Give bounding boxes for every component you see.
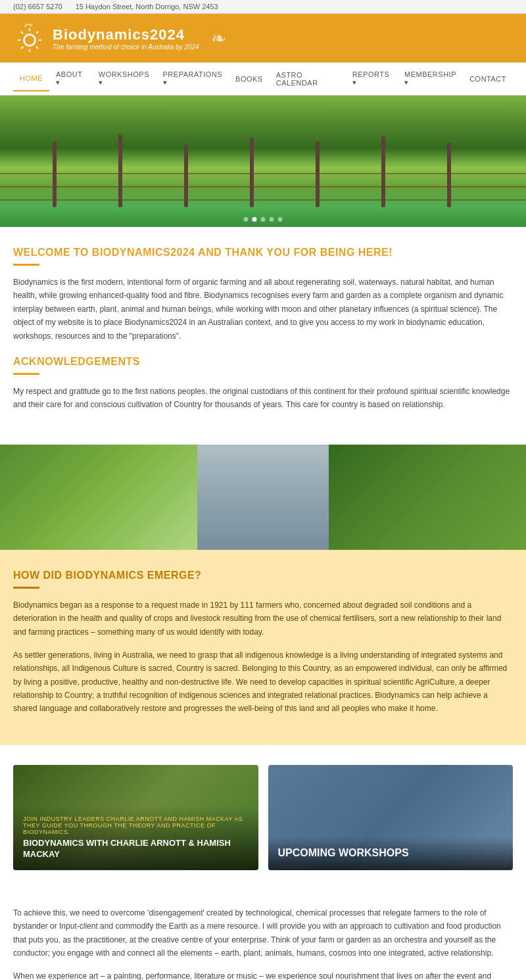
header: Biodynamics2024 The farming method of ch… (0, 14, 526, 62)
logo-area[interactable]: Biodynamics2024 The farming method of ch… (13, 22, 226, 55)
svg-line-6 (21, 32, 23, 34)
svg-line-9 (21, 47, 23, 49)
mid-hero-center (197, 445, 329, 550)
acknowledgements-section: ACKNOWLEDGEMENTS My respect and gratitud… (13, 356, 513, 412)
carousel-dot[interactable] (261, 217, 266, 222)
nav-reports[interactable]: REPORTS ▾ (346, 62, 398, 95)
logo-swirl-decoration: ❧ (211, 28, 226, 49)
svg-line-7 (36, 47, 38, 49)
welcome-section: WELCOME TO BIODYNAMICS2024 AND THANK YOU… (13, 247, 513, 343)
card-right-title: UPCOMING WORKSHOPS (278, 846, 504, 860)
phone-number: (02) 6657 5270 (13, 3, 62, 11)
para-2: When we experience art – a painting, per… (13, 969, 513, 980)
card-right-overlay: UPCOMING WORKSHOPS (268, 837, 514, 870)
emerge-para1: Biodynamics began as a response to a req… (13, 599, 513, 639)
hero-vineyard-bg (0, 95, 526, 227)
svg-line-8 (36, 32, 38, 34)
ack-underline (13, 373, 39, 375)
emerge-para2: As settler generations, living in Austra… (13, 649, 513, 716)
carousel-dot[interactable] (278, 217, 283, 222)
nav-astro-calendar[interactable]: ASTRO CALENDAR (270, 63, 346, 95)
mid-hero-right (329, 445, 526, 550)
cards-section: JOIN INDUSTRY LEADERS CHARLIE ARNOTT AND… (0, 745, 526, 890)
address: 15 Haydon Street, North Dorrigo, NSW 245… (76, 3, 218, 11)
main-content: WELCOME TO BIODYNAMICS2024 AND THANK YOU… (0, 227, 526, 445)
nav-membership[interactable]: MEMBERSHIP ▾ (398, 62, 463, 95)
hero-image (0, 95, 526, 227)
logo-tagline: The farming method of choice in Australi… (53, 43, 199, 51)
nav-books[interactable]: BOOKS (229, 67, 270, 91)
mid-hero-image (0, 445, 526, 550)
nav-workshops[interactable]: WORKSHOPS ▾ (92, 62, 156, 95)
card-biodynamics-charlie[interactable]: JOIN INDUSTRY LEADERS CHARLIE ARNOTT AND… (13, 765, 258, 870)
svg-point-1 (25, 36, 34, 45)
nav-about[interactable]: ABOUT ▾ (49, 62, 92, 95)
card-left-title: BIODYNAMICS WITH CHARLIE ARNOTT & HAMISH… (23, 838, 249, 860)
logo-name: Biodynamics2024 (53, 26, 199, 43)
emerge-title: HOW DID BIODYNAMICS EMERGE? (13, 570, 513, 581)
para-1: To achieve this, we need to overcome 'di… (13, 906, 513, 960)
card-upcoming-workshops[interactable]: UPCOMING WORKSHOPS (268, 765, 514, 870)
logo-icon (13, 22, 46, 55)
carousel-dot-active[interactable] (252, 217, 257, 222)
logo-text: Biodynamics2024 The farming method of ch… (53, 26, 199, 51)
welcome-underline (13, 264, 39, 266)
nav: HOME ABOUT ▾ WORKSHOPS ▾ PREPARATIONS ▾ … (0, 62, 526, 95)
welcome-title: WELCOME TO BIODYNAMICS2024 AND THANK YOU… (13, 247, 513, 258)
ack-body: My respect and gratitude go to the first… (13, 385, 513, 412)
welcome-body: Biodynamics is the first modern, intenti… (13, 276, 513, 343)
card-left-overlay: JOIN INDUSTRY LEADERS CHARLIE ARNOTT AND… (13, 806, 258, 870)
top-bar: (02) 6657 5270 15 Haydon Street, North D… (0, 0, 526, 14)
orange-section: HOW DID BIODYNAMICS EMERGE? Biodynamics … (0, 550, 526, 745)
paragraphs-section: To achieve this, we need to overcome 'di… (0, 890, 526, 980)
nav-preparations[interactable]: PREPARATIONS ▾ (156, 62, 229, 95)
carousel-dot[interactable] (244, 217, 249, 222)
carousel-dot[interactable] (270, 217, 274, 222)
ack-title: ACKNOWLEDGEMENTS (13, 356, 513, 368)
mid-hero-left (0, 445, 197, 550)
nav-contact[interactable]: CONTACT (463, 67, 513, 91)
hero-carousel-dots (244, 217, 283, 222)
card-left-subtitle: JOIN INDUSTRY LEADERS CHARLIE ARNOTT AND… (23, 816, 249, 835)
emerge-underline (13, 587, 39, 589)
nav-home[interactable]: HOME (13, 66, 49, 91)
